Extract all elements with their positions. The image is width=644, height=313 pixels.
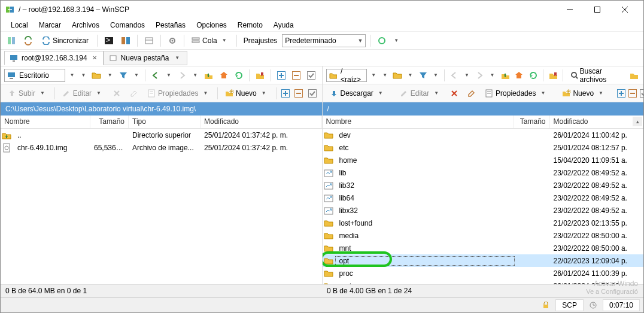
session-tab[interactable]: root@192.168.3.194 ✕ bbox=[4, 51, 104, 65]
refresh-icon[interactable] bbox=[232, 68, 245, 83]
refresh-icon[interactable] bbox=[527, 68, 539, 83]
list-item[interactable]: root26/01/2024 08:53:52 p. bbox=[323, 279, 644, 284]
local-drive-combo[interactable]: Escritorio bbox=[4, 69, 65, 82]
toolbar-btn[interactable] bbox=[119, 34, 133, 48]
forward-icon[interactable] bbox=[175, 68, 189, 83]
file-name: chr-6.49.10.img bbox=[14, 144, 90, 152]
file-name: media bbox=[336, 232, 514, 240]
folder-open-icon[interactable] bbox=[391, 68, 403, 83]
back-icon[interactable] bbox=[448, 68, 460, 83]
minus-icon[interactable] bbox=[293, 86, 305, 101]
list-item[interactable]: chr-6.49.10.img65,536 KBArchivo de image… bbox=[1, 141, 322, 154]
check-icon[interactable] bbox=[639, 86, 644, 101]
back-icon[interactable] bbox=[149, 68, 162, 83]
terminal-icon[interactable]: > bbox=[102, 34, 116, 48]
minus-icon[interactable] bbox=[290, 68, 303, 83]
list-item[interactable]: proc26/01/2024 11:00:39 p. bbox=[323, 267, 644, 279]
rename-icon[interactable] bbox=[126, 88, 142, 99]
list-item[interactable]: opt22/02/2023 12:09:04 p. bbox=[323, 254, 644, 267]
list-item[interactable]: etc25/01/2024 08:12:57 p. bbox=[323, 141, 644, 154]
menu-local[interactable]: Local bbox=[7, 20, 32, 31]
rename-icon[interactable] bbox=[464, 88, 479, 99]
minimize-button[interactable] bbox=[556, 1, 584, 19]
check-icon[interactable] bbox=[306, 86, 318, 101]
col-type[interactable]: Tipo bbox=[129, 116, 201, 128]
col-name[interactable]: Nombre bbox=[323, 116, 514, 128]
menu-opciones[interactable]: Opciones bbox=[192, 20, 231, 31]
list-item[interactable]: lib6423/02/2022 08:49:52 a. bbox=[323, 192, 644, 204]
list-item[interactable]: lib3223/02/2022 08:49:52 a. bbox=[323, 179, 644, 192]
maximize-button[interactable] bbox=[584, 1, 611, 19]
gear-icon[interactable] bbox=[165, 34, 180, 48]
filter-icon[interactable] bbox=[417, 68, 429, 83]
menu-ayuda[interactable]: Ayuda bbox=[269, 20, 298, 31]
list-item[interactable]: media23/02/2022 08:50:00 a. bbox=[323, 229, 644, 242]
bookmark-add-icon[interactable] bbox=[628, 68, 640, 83]
list-item[interactable]: ..Directorio superior25/01/2024 01:37:42… bbox=[1, 129, 322, 141]
menu-archivos[interactable]: Archivos bbox=[68, 20, 104, 31]
list-item[interactable]: lib23/02/2022 08:49:52 a. bbox=[323, 166, 644, 179]
file-modified: 23/02/2022 08:50:00 a. bbox=[550, 232, 644, 240]
list-item[interactable]: lost+found21/02/2023 02:13:55 p. bbox=[323, 217, 644, 229]
menu-remoto[interactable]: Remoto bbox=[233, 20, 267, 31]
dropdown-arrow[interactable]: ▼ bbox=[391, 38, 401, 43]
find-files-label: Buscar archivos bbox=[580, 67, 622, 84]
list-item[interactable]: mnt23/02/2022 08:50:00 a. bbox=[323, 242, 644, 254]
svg-point-15 bbox=[172, 39, 174, 41]
toolbar-btn[interactable] bbox=[142, 34, 156, 48]
list-item[interactable]: dev26/01/2024 11:00:42 p. bbox=[323, 129, 644, 141]
new-button[interactable]: Nuevo▼ bbox=[558, 88, 609, 99]
delete-icon[interactable] bbox=[109, 88, 124, 99]
tab-close-icon[interactable]: ✕ bbox=[91, 54, 98, 61]
folder-open-icon[interactable] bbox=[90, 68, 103, 83]
home-icon[interactable] bbox=[217, 68, 230, 83]
col-modified[interactable]: Modificado bbox=[550, 116, 644, 128]
col-size[interactable]: Tamaño bbox=[514, 116, 550, 128]
presets-combo[interactable]: Predeterminado ▼ bbox=[282, 34, 366, 47]
menu-marcar[interactable]: Marcar bbox=[35, 20, 65, 31]
properties-button[interactable]: Propiedades▼ bbox=[481, 88, 551, 99]
menu-comandos[interactable]: Comandos bbox=[106, 20, 149, 31]
close-button[interactable] bbox=[611, 1, 639, 19]
parent-dir-icon[interactable] bbox=[202, 68, 215, 83]
bookmark-icon[interactable] bbox=[547, 68, 559, 83]
sync-button[interactable]: Sincronizar bbox=[38, 34, 93, 48]
minus-icon[interactable] bbox=[628, 86, 637, 101]
file-name: proc bbox=[336, 269, 514, 278]
local-file-list[interactable]: ..Directorio superior25/01/2024 01:37:42… bbox=[1, 129, 322, 284]
check-icon[interactable] bbox=[305, 68, 318, 83]
new-button[interactable]: Nuevo▼ bbox=[221, 88, 272, 99]
remote-drive-combo[interactable]: / <raíz> bbox=[326, 69, 367, 82]
scroll-up-icon[interactable]: ▴ bbox=[633, 117, 642, 126]
plus-icon[interactable] bbox=[616, 86, 626, 101]
bookmark-icon[interactable] bbox=[253, 68, 266, 83]
list-item[interactable]: home15/04/2020 11:09:51 a. bbox=[323, 154, 644, 166]
filter-icon[interactable] bbox=[117, 68, 130, 83]
find-files-button[interactable]: Buscar archivos bbox=[567, 66, 626, 85]
home-icon[interactable] bbox=[513, 68, 525, 83]
edit-button[interactable]: Editar▼ bbox=[396, 88, 445, 99]
new-tab[interactable]: Nueva pestaña ▼ bbox=[104, 51, 188, 65]
list-item[interactable]: libx3223/02/2022 08:49:52 a. bbox=[323, 204, 644, 217]
queue-button[interactable]: Cola ▼ bbox=[189, 34, 232, 48]
delete-icon[interactable] bbox=[446, 88, 462, 99]
remote-path[interactable]: / bbox=[323, 102, 644, 116]
menu-pestanas[interactable]: Pestañas bbox=[151, 20, 190, 31]
edit-button[interactable]: Editar▼ bbox=[59, 88, 107, 99]
col-modified[interactable]: Modificado bbox=[201, 116, 322, 128]
parent-dir-icon[interactable] bbox=[499, 68, 511, 83]
local-path[interactable]: C:\Users\Jesus\Desktop\Laboratorio virtu… bbox=[1, 102, 322, 116]
sync-browse-icon[interactable] bbox=[21, 34, 35, 48]
clock-icon bbox=[590, 302, 597, 309]
toolbar-btn[interactable] bbox=[375, 34, 389, 48]
download-button[interactable]: Descargar▼ bbox=[326, 88, 389, 99]
plus-icon[interactable] bbox=[280, 86, 291, 101]
forward-icon[interactable] bbox=[473, 68, 485, 83]
properties-button[interactable]: Propiedades▼ bbox=[144, 88, 214, 99]
remote-file-list[interactable]: dev26/01/2024 11:00:42 p.etc25/01/2024 0… bbox=[323, 129, 644, 284]
col-name[interactable]: Nombre bbox=[1, 116, 90, 128]
col-size[interactable]: Tamaño bbox=[90, 116, 129, 128]
plus-icon[interactable] bbox=[275, 68, 288, 83]
upload-button[interactable]: Subir▼ bbox=[4, 88, 51, 99]
toolbar-btn[interactable] bbox=[4, 34, 19, 48]
